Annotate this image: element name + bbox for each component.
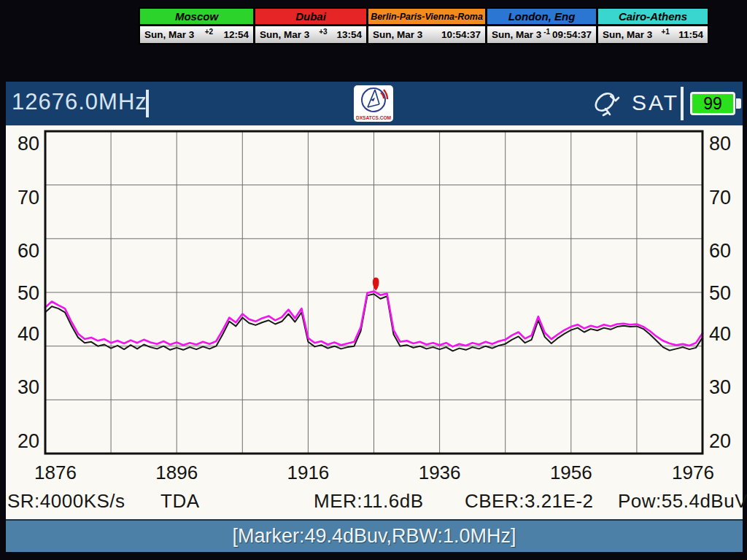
clock-utc-offset: +2 xyxy=(205,28,213,36)
clock-column-london: London, Eng Sun, Mar 3 -1 09:54:37 xyxy=(487,9,598,43)
y-tick-label-right: 20 xyxy=(709,430,731,452)
spectrum-analyzer-panel: 12676.0MHz DXSATCS.COM SAT 99 xyxy=(6,82,743,552)
clock-time: 11:54 xyxy=(678,29,703,40)
world-clock-table: Moscow Sun, Mar 3 +2 12:54 Dubai Sun, Ma… xyxy=(139,7,709,44)
sat-mode-label: SAT xyxy=(632,90,679,115)
y-tick-label-left: 40 xyxy=(18,323,39,345)
spectrum-chart: 8080707060605050404030302020187618961916… xyxy=(6,125,743,519)
mer-value: MER:11.6dB xyxy=(314,490,423,513)
clock-date-row: Sun, Mar 3 +1 11:54 xyxy=(598,26,708,43)
clock-date: Sun, Mar 3 xyxy=(144,29,194,40)
clock-column-dubai: Dubai Sun, Mar 3 +3 13:54 xyxy=(255,9,368,43)
header-separator xyxy=(681,87,684,120)
clock-time: 13:54 xyxy=(336,29,362,40)
clock-column-berlin: Berlin-Paris-Vienna-Roma Sun, Mar 3 10:5… xyxy=(368,9,487,43)
y-tick-label-right: 70 xyxy=(709,187,731,209)
clock-city-label: London, Eng xyxy=(487,9,596,26)
x-tick-label: 1976 xyxy=(672,462,714,483)
y-tick-label-left: 70 xyxy=(18,187,39,209)
y-tick-label-right: 60 xyxy=(709,240,731,262)
cber-value: CBER:3.21E-2 xyxy=(465,490,594,513)
clock-city-label: Dubai xyxy=(255,9,366,26)
battery-nub xyxy=(736,98,741,109)
y-tick-label-left: 20 xyxy=(18,430,39,452)
x-tick-label: 1896 xyxy=(155,462,198,483)
power-value: Pow:55.4dBuV xyxy=(618,490,747,513)
satellite-meter-screen: { "clock": { "cities": [ { "name": "Mosc… xyxy=(0,0,747,560)
logo-text: DXSATCS.COM xyxy=(356,115,392,120)
clock-utc-offset: +1 xyxy=(662,28,670,36)
y-tick-label-left: 60 xyxy=(18,240,39,262)
marker-text: [Marker:49.4dBuv,RBW:1.0MHz] xyxy=(232,525,516,548)
x-tick-label: 1916 xyxy=(287,462,329,483)
y-tick-label-right: 30 xyxy=(709,376,731,398)
y-tick-label-right: 50 xyxy=(709,282,731,304)
clock-utc-offset: +3 xyxy=(319,28,327,36)
text-cursor xyxy=(146,90,149,117)
satellite-dish-icon xyxy=(591,88,624,122)
clock-utc-offset: -1 xyxy=(543,28,550,36)
x-tick-label: 1956 xyxy=(550,462,592,483)
mode-value: TDA xyxy=(160,490,200,513)
clock-date: Sun, Mar 3 xyxy=(373,29,422,40)
clock-date-row: Sun, Mar 3 +2 12:54 xyxy=(140,26,253,43)
x-tick-label: 1936 xyxy=(419,462,461,483)
marker-info-bar: [Marker:49.4dBuv,RBW:1.0MHz] xyxy=(6,519,743,552)
y-tick-label-left: 30 xyxy=(18,376,39,398)
clock-date: Sun, Mar 3 xyxy=(260,29,309,40)
clock-date: Sun, Mar 3 xyxy=(492,29,541,40)
y-tick-label-left: 80 xyxy=(18,133,39,155)
clock-date: Sun, Mar 3 xyxy=(603,29,652,40)
battery-icon: 99 xyxy=(690,92,735,115)
x-tick-label: 1876 xyxy=(34,462,77,483)
clock-time: 10:54:37 xyxy=(441,29,481,40)
clock-column-cairo: Cairo-Athens Sun, Mar 3 +1 11:54 xyxy=(598,9,708,43)
y-tick-label-right: 80 xyxy=(709,133,731,155)
frequency-input[interactable]: 12676.0MHz xyxy=(12,89,147,115)
clock-date-row: Sun, Mar 3 +3 13:54 xyxy=(255,26,366,43)
panel-header: 12676.0MHz DXSATCS.COM SAT 99 xyxy=(6,82,743,125)
clock-city-label: Moscow xyxy=(140,9,253,26)
clock-date-row: Sun, Mar 3 -1 09:54:37 xyxy=(487,26,596,43)
dxsatcs-logo: DXSATCS.COM xyxy=(354,85,393,122)
clock-date-row: Sun, Mar 3 10:54:37 xyxy=(368,26,485,43)
clock-time: 09:54:37 xyxy=(552,29,592,40)
y-tick-label-left: 50 xyxy=(18,282,39,304)
clock-time: 12:54 xyxy=(223,29,249,40)
clock-city-label: Cairo-Athens xyxy=(598,9,708,26)
battery-level: 99 xyxy=(703,94,722,114)
symbol-rate-value: SR:4000KS/s xyxy=(7,490,125,513)
clock-city-label: Berlin-Paris-Vienna-Roma xyxy=(368,9,485,26)
y-tick-label-right: 40 xyxy=(709,323,731,345)
clock-column-moscow: Moscow Sun, Mar 3 +2 12:54 xyxy=(140,9,255,43)
